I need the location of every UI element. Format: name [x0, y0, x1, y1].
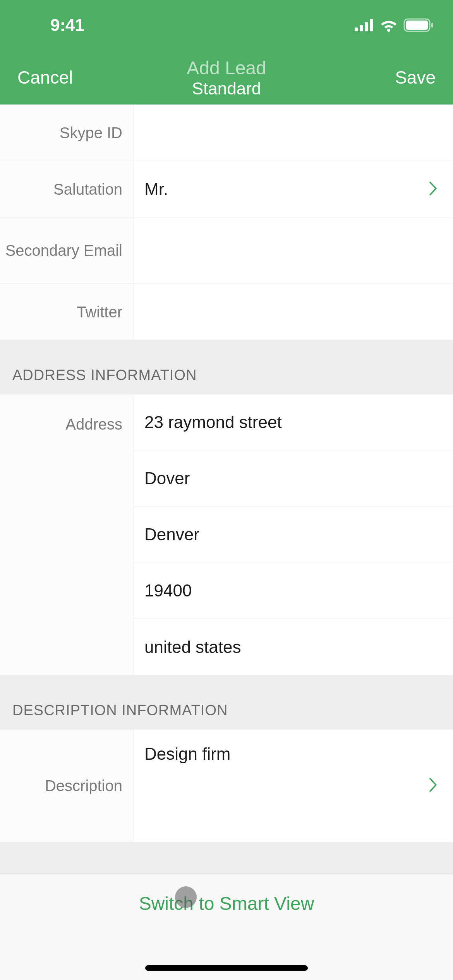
salutation-field[interactable]: Mr.	[134, 161, 453, 217]
address-zip-value: 19400	[144, 581, 192, 600]
description-field[interactable]: Design firm	[134, 730, 453, 842]
battery-icon	[403, 18, 434, 32]
description-row[interactable]: Description Design firm	[0, 730, 453, 842]
bottom-bar: Switch to Smart View	[0, 874, 453, 980]
save-button[interactable]: Save	[395, 67, 436, 88]
address-state-row[interactable]: Denver	[0, 507, 453, 563]
address-section-header: ADDRESS INFORMATION	[0, 340, 453, 394]
svg-rect-1	[360, 25, 363, 31]
address-city-field[interactable]: Dover	[134, 451, 453, 507]
description-label: Description	[45, 776, 122, 795]
row-label-area: Description	[0, 730, 134, 842]
skype-id-label: Skype ID	[60, 123, 122, 142]
twitter-row[interactable]: Twitter	[0, 284, 453, 340]
status-indicators	[355, 18, 434, 32]
row-label-area: Address	[0, 394, 134, 451]
svg-rect-0	[355, 27, 358, 31]
chevron-right-icon	[429, 181, 438, 197]
svg-rect-2	[365, 22, 368, 31]
status-bar: 9:41	[0, 0, 453, 50]
row-label-area	[0, 619, 134, 675]
salutation-row[interactable]: Salutation Mr.	[0, 161, 453, 218]
address-city-value: Dover	[144, 469, 190, 488]
row-label-area: Twitter	[0, 284, 134, 340]
row-label-area	[0, 451, 134, 507]
address-zip-row[interactable]: 19400	[0, 563, 453, 619]
svg-rect-6	[406, 21, 428, 30]
address-country-field[interactable]: united states	[134, 619, 453, 675]
secondary-email-field[interactable]	[134, 218, 453, 283]
skype-id-field[interactable]	[134, 105, 453, 161]
description-value: Design firm	[144, 744, 231, 764]
address-country-row[interactable]: united states	[0, 619, 453, 675]
status-time: 9:41	[50, 15, 84, 35]
contact-fields-section: Skype ID Salutation Mr. Secondary Email …	[0, 105, 453, 340]
chevron-right-icon	[429, 778, 438, 794]
wifi-icon	[379, 19, 398, 32]
salutation-label: Salutation	[53, 180, 122, 199]
address-label: Address	[65, 415, 122, 434]
address-state-value: Denver	[144, 525, 199, 544]
row-label-area: Skype ID	[0, 105, 134, 161]
twitter-label: Twitter	[77, 302, 122, 322]
row-label-area	[0, 563, 134, 619]
home-indicator[interactable]	[145, 965, 308, 971]
secondary-email-label: Secondary Email	[5, 241, 122, 260]
switch-to-smart-view-button[interactable]: Switch to Smart View	[139, 893, 314, 914]
address-street-value: 23 raymond street	[144, 413, 282, 432]
address-street-row[interactable]: Address 23 raymond street	[0, 394, 453, 451]
address-city-row[interactable]: Dover	[0, 451, 453, 507]
twitter-field[interactable]	[134, 284, 453, 340]
skype-id-row[interactable]: Skype ID	[0, 105, 453, 161]
salutation-value: Mr.	[144, 180, 168, 199]
description-section-header: DESCRIPTION INFORMATION	[0, 675, 453, 730]
address-zip-field[interactable]: 19400	[134, 563, 453, 619]
navigation-bar: Cancel Save	[0, 50, 453, 105]
row-label-area: Secondary Email	[0, 218, 134, 283]
svg-rect-7	[431, 23, 433, 27]
secondary-email-row[interactable]: Secondary Email	[0, 218, 453, 284]
svg-rect-3	[370, 19, 373, 31]
address-state-field[interactable]: Denver	[134, 507, 453, 563]
row-label-area: Salutation	[0, 161, 134, 217]
description-section: Description Design firm	[0, 730, 453, 842]
svg-point-4	[387, 29, 390, 32]
cancel-button[interactable]: Cancel	[17, 67, 73, 88]
row-label-area	[0, 507, 134, 563]
address-country-value: united states	[144, 637, 241, 657]
cellular-signal-icon	[355, 19, 374, 31]
address-section: Address 23 raymond street Dover Denver 1…	[0, 394, 453, 675]
address-street-field[interactable]: 23 raymond street	[134, 394, 453, 451]
